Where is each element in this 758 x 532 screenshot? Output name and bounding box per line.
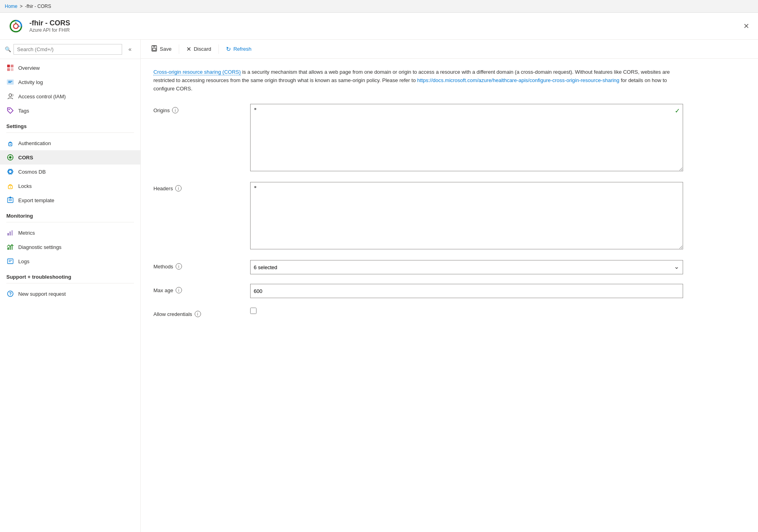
svg-point-15	[10, 144, 11, 145]
headers-info-icon[interactable]: i	[175, 185, 182, 191]
logs-icon	[6, 257, 14, 265]
sidebar-item-metrics[interactable]: Metrics	[0, 226, 140, 240]
settings-divider	[6, 132, 134, 133]
svg-rect-32	[10, 232, 11, 235]
svg-rect-6	[7, 68, 10, 71]
overview-icon	[6, 64, 14, 72]
cors-link[interactable]: Cross-origin resource sharing (CORS)	[153, 69, 241, 75]
window-close-button[interactable]: ✕	[741, 21, 752, 32]
headers-row: Headers i *	[153, 182, 683, 251]
headers-textarea[interactable]: *	[250, 182, 683, 249]
max-age-info-icon[interactable]: i	[176, 287, 182, 293]
sidebar-item-locks[interactable]: Locks	[0, 179, 140, 193]
browser-bar: Home > -fhir - CORS	[0, 0, 758, 13]
origins-control: * ✓	[250, 104, 683, 172]
sidebar-nav: Overview Activity log Access control (IA…	[0, 59, 140, 302]
breadcrumb-current: -fhir - CORS	[25, 4, 51, 9]
headers-label: Headers i	[153, 182, 241, 191]
cosmos-db-label: Cosmos DB	[18, 169, 134, 175]
refresh-label: Refresh	[234, 46, 252, 52]
svg-rect-33	[11, 230, 13, 235]
refresh-button[interactable]: ↻ Refresh	[222, 42, 256, 56]
toolbar: Save ✕ Discard ↻ Refresh	[141, 40, 758, 59]
overview-label: Overview	[18, 65, 134, 71]
allow-credentials-row: Allow credentials i	[153, 308, 683, 317]
diagnostic-settings-icon	[6, 243, 14, 251]
monitoring-divider	[6, 222, 134, 222]
main-content: Save ✕ Discard ↻ Refresh Cross-origin re…	[141, 40, 758, 532]
discard-button[interactable]: ✕ Discard	[182, 42, 215, 56]
new-support-request-label: New support request	[18, 291, 134, 297]
sidebar-item-activity-log[interactable]: Activity log	[0, 75, 140, 89]
authentication-label: Authentication	[18, 140, 134, 146]
export-template-icon	[6, 196, 14, 204]
allow-credentials-info-icon[interactable]: i	[195, 311, 201, 317]
locks-label: Locks	[18, 183, 134, 189]
sidebar-search-bar[interactable]: 🔍 «	[0, 40, 140, 59]
svg-point-0	[9, 19, 23, 33]
sidebar-item-tags[interactable]: Tags	[0, 103, 140, 118]
search-input[interactable]	[13, 44, 122, 55]
search-icon: 🔍	[5, 46, 11, 52]
sidebar-item-overview[interactable]: Overview	[0, 61, 140, 75]
allow-credentials-checkbox[interactable]	[250, 308, 256, 314]
metrics-icon	[6, 229, 14, 237]
svg-rect-44	[153, 48, 156, 50]
methods-select-wrapper: 6 selected GET POST PUT DELETE PATCH OPT…	[250, 260, 683, 274]
max-age-input[interactable]	[250, 284, 683, 298]
sidebar-item-cors[interactable]: CORS	[0, 150, 140, 165]
cors-icon	[6, 153, 14, 161]
sidebar-item-access-control[interactable]: Access control (IAM)	[0, 89, 140, 103]
methods-control: 6 selected GET POST PUT DELETE PATCH OPT…	[250, 260, 683, 274]
methods-select[interactable]: 6 selected GET POST PUT DELETE PATCH OPT…	[250, 260, 683, 274]
content-body: Cross-origin resource sharing (CORS) is …	[141, 59, 696, 336]
sidebar-item-authentication[interactable]: Authentication	[0, 136, 140, 150]
svg-rect-37	[8, 259, 13, 264]
svg-text:?: ?	[9, 291, 12, 296]
authentication-icon	[6, 139, 14, 147]
tags-label: Tags	[18, 108, 134, 114]
sidebar-item-diagnostic-settings[interactable]: Diagnostic settings	[0, 240, 140, 254]
svg-point-26	[10, 187, 11, 188]
window-header-text: -fhir - CORS Azure API for FHIR	[29, 19, 70, 33]
max-age-row: Max age i	[153, 284, 683, 298]
sidebar-item-logs[interactable]: Logs	[0, 254, 140, 268]
activity-log-icon	[6, 78, 14, 86]
headers-textarea-wrapper: *	[250, 182, 683, 251]
svg-rect-7	[11, 68, 13, 71]
max-age-control	[250, 284, 683, 298]
svg-rect-43	[153, 46, 155, 48]
support-section-header: Support + troubleshooting	[0, 268, 140, 281]
access-control-label: Access control (IAM)	[18, 94, 134, 100]
docs-link[interactable]: https://docs.microsoft.com/azure/healthc…	[417, 77, 619, 83]
headers-label-text: Headers	[153, 186, 173, 191]
origins-textarea-wrapper: * ✓	[250, 104, 683, 172]
export-template-label: Export template	[18, 197, 134, 203]
sidebar-item-export-template[interactable]: Export template	[0, 193, 140, 207]
access-control-icon	[6, 92, 14, 100]
origins-row: Origins i * ✓	[153, 104, 683, 172]
sidebar-item-new-support-request[interactable]: ? New support request	[0, 287, 140, 301]
save-label: Save	[160, 46, 172, 52]
cors-label: CORS	[18, 155, 134, 161]
origins-info-icon[interactable]: i	[172, 107, 178, 113]
save-button[interactable]: Save	[147, 42, 176, 56]
sidebar-item-cosmos-db[interactable]: Cosmos DB	[0, 165, 140, 179]
activity-log-label: Activity log	[18, 79, 134, 85]
svg-point-17	[9, 156, 11, 159]
svg-rect-4	[7, 65, 10, 67]
toolbar-separator-2	[218, 44, 219, 54]
sidebar-collapse-button[interactable]: «	[124, 44, 136, 55]
window-subtitle: Azure API for FHIR	[29, 27, 70, 33]
logs-label: Logs	[18, 258, 134, 264]
methods-info-icon[interactable]: i	[176, 263, 182, 270]
origins-textarea[interactable]: *	[250, 104, 683, 171]
fhir-logo-svg	[9, 19, 23, 33]
browser-home-link[interactable]: Home	[5, 4, 17, 9]
max-age-label-text: Max age	[153, 287, 173, 293]
origins-label: Origins i	[153, 104, 241, 113]
monitoring-section-header: Monitoring	[0, 207, 140, 220]
support-divider	[6, 283, 134, 283]
discard-icon: ✕	[186, 46, 191, 53]
discard-label: Discard	[194, 46, 211, 52]
